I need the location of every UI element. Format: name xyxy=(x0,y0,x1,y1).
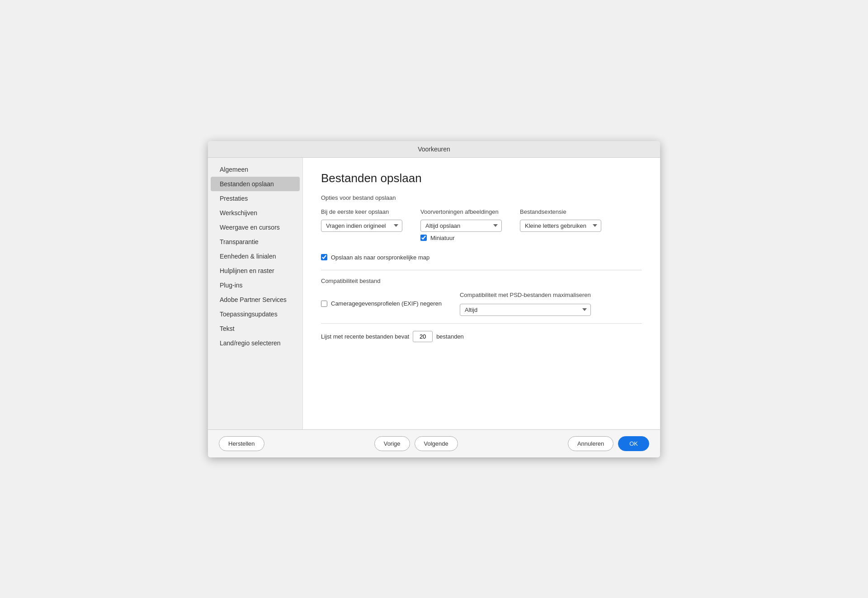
sidebar-item-bestanden-opslaan[interactable]: Bestanden opslaan xyxy=(211,177,300,191)
sidebar-item-transparantie[interactable]: Transparantie xyxy=(211,235,300,249)
first-save-label: Bij de eerste keer opslaan xyxy=(321,208,402,215)
dialog-body: Algemeen Bestanden opslaan Prestaties We… xyxy=(208,158,660,429)
dialog-title: Voorkeuren xyxy=(418,146,450,153)
compat-section: Compatibiliteit bestand Cameragegevenspr… xyxy=(321,278,642,316)
sidebar-item-hulplijnen[interactable]: Hulplijnen en raster xyxy=(211,264,300,278)
cancel-button[interactable]: Annuleren xyxy=(568,436,613,451)
thumbnail-checkbox[interactable] xyxy=(420,235,427,241)
thumbnail-label[interactable]: Miniatuur xyxy=(430,235,454,241)
recent-files-row: Lijst met recente bestanden bevat bestan… xyxy=(321,331,642,342)
previews-group: Voorvertoningen afbeeldingen Altijd opsl… xyxy=(420,208,502,245)
exif-row: Cameragegevensprofielen (EXIF) negeren xyxy=(321,300,442,307)
main-panel: Bestanden opslaan Opties voor bestand op… xyxy=(303,158,660,429)
restore-button[interactable]: Herstellen xyxy=(219,436,264,451)
sidebar-item-prestaties[interactable]: Prestaties xyxy=(211,191,300,206)
compat-grid: Cameragegevensprofielen (EXIF) negeren C… xyxy=(321,292,642,316)
sidebar-item-weergave[interactable]: Weergave en cursors xyxy=(211,220,300,235)
recent-files-prefix: Lijst met recente bestanden bevat xyxy=(321,333,409,340)
recent-files-suffix: bestanden xyxy=(436,333,464,340)
sidebar-item-plugins[interactable]: Plug-ins xyxy=(211,278,300,292)
thumbnail-row: Miniatuur xyxy=(420,235,502,241)
sidebar-item-werkschijven[interactable]: Werkschijven xyxy=(211,206,300,220)
psd-compat-select[interactable]: Altijd Nooit Vragen xyxy=(460,304,591,316)
first-save-select[interactable]: Vragen indien origineel Altijd opslaan N… xyxy=(321,220,402,232)
save-as-original-row: Opslaan als naar oorspronkelijke map xyxy=(321,254,642,261)
exif-label[interactable]: Cameragegevensprofielen (EXIF) negeren xyxy=(331,300,442,307)
sidebar-item-algemeen[interactable]: Algemeen xyxy=(211,162,300,177)
extension-select[interactable]: Kleine letters gebruiken Hoofdletters ge… xyxy=(520,220,601,232)
save-as-original-checkbox[interactable] xyxy=(321,254,327,260)
next-button[interactable]: Volgende xyxy=(415,436,458,451)
previews-label: Voorvertoningen afbeeldingen xyxy=(420,208,502,215)
divider-1 xyxy=(321,270,642,270)
previous-button[interactable]: Vorige xyxy=(374,436,410,451)
sidebar-item-land[interactable]: Land/regio selecteren xyxy=(211,336,300,350)
sidebar-item-eenheden[interactable]: Eenheden & linialen xyxy=(211,249,300,264)
sidebar: Algemeen Bestanden opslaan Prestaties We… xyxy=(208,158,303,429)
preferences-dialog: Voorkeuren Algemeen Bestanden opslaan Pr… xyxy=(208,141,660,457)
compat-section-label: Compatibiliteit bestand xyxy=(321,278,642,284)
extension-label: Bestandsextensie xyxy=(520,208,601,215)
ok-button[interactable]: OK xyxy=(618,436,649,451)
page-title: Bestanden opslaan xyxy=(321,171,642,185)
footer-left: Herstellen xyxy=(219,436,264,451)
section-options-label: Opties voor bestand opslaan xyxy=(321,194,642,201)
recent-files-input[interactable] xyxy=(413,331,433,342)
save-as-original-label[interactable]: Opslaan als naar oorspronkelijke map xyxy=(331,254,429,261)
footer-right: Annuleren OK xyxy=(568,436,649,451)
sidebar-item-updates[interactable]: Toepassingsupdates xyxy=(211,307,300,321)
save-options-grid: Bij de eerste keer opslaan Vragen indien… xyxy=(321,208,642,245)
dialog-footer: Herstellen Vorige Volgende Annuleren OK xyxy=(208,429,660,457)
previews-select[interactable]: Altijd opslaan Nooit opslaan Vragen bij … xyxy=(420,220,502,232)
sidebar-item-adobe-partner[interactable]: Adobe Partner Services xyxy=(211,292,300,307)
dialog-header: Voorkeuren xyxy=(208,141,660,158)
first-save-group: Bij de eerste keer opslaan Vragen indien… xyxy=(321,208,402,232)
psd-compat-group: Compatibiliteit met PSD-bestanden maxima… xyxy=(460,292,591,316)
extension-group: Bestandsextensie Kleine letters gebruike… xyxy=(520,208,601,232)
sidebar-item-tekst[interactable]: Tekst xyxy=(211,321,300,336)
divider-2 xyxy=(321,323,642,324)
footer-center: Vorige Volgende xyxy=(374,436,458,451)
psd-compat-label: Compatibiliteit met PSD-bestanden maxima… xyxy=(460,292,591,298)
exif-checkbox[interactable] xyxy=(321,301,327,307)
